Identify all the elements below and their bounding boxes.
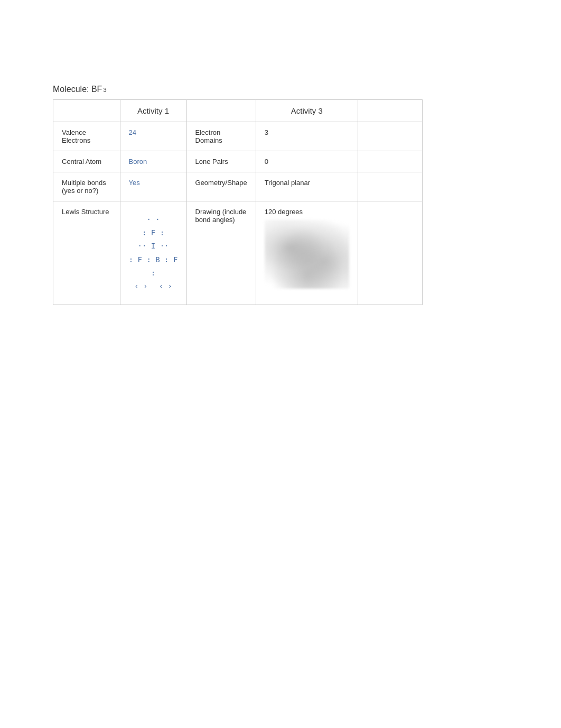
- bond-angles-cell: 120 degrees: [256, 201, 358, 305]
- empty-cell-4: [358, 201, 422, 305]
- table-row: Multiple bonds (yes or no?) Yes Geometry…: [53, 172, 423, 201]
- empty-header-2: [186, 100, 256, 122]
- value-valence-electrons: 24: [120, 122, 186, 151]
- label-geometry-shape: Geometry/Shape: [186, 172, 256, 201]
- empty-cell-3: [358, 172, 422, 201]
- label-lewis-structure: Lewis Structure: [53, 201, 120, 305]
- value-electron-domains: 3: [256, 122, 358, 151]
- value-geometry-shape: Trigonal planar: [256, 172, 358, 201]
- bond-angle-value: 120 degrees: [265, 208, 349, 216]
- activity1-header: Activity 1: [120, 100, 186, 122]
- label-lone-pairs: Lone Pairs: [186, 151, 256, 172]
- value-central-atom: Boron: [120, 151, 186, 172]
- empty-header-1: [53, 100, 120, 122]
- label-central-atom: Central Atom: [53, 151, 120, 172]
- value-lone-pairs: 0: [256, 151, 358, 172]
- table-row: Central Atom Boron Lone Pairs 0: [53, 151, 423, 172]
- molecule-label: Molecule: BF3: [53, 85, 508, 94]
- table-row: Lewis Structure · · : F : ·· I ·· : F : …: [53, 201, 423, 305]
- molecule-drawing-image: [265, 220, 349, 289]
- empty-cell-1: [358, 122, 422, 151]
- label-multiple-bonds: Multiple bonds (yes or no?): [53, 172, 120, 201]
- lewis-structure-drawing: · · : F : ·· I ·· : F : B : F : ‹ › ‹ ›: [120, 201, 186, 305]
- activity3-header: Activity 3: [256, 100, 358, 122]
- value-multiple-bonds: Yes: [120, 172, 186, 201]
- label-drawing: Drawing (include bond angles): [186, 201, 256, 305]
- label-electron-domains: Electron Domains: [186, 122, 256, 151]
- label-valence-electrons: Valence Electrons: [53, 122, 120, 151]
- empty-header-3: [358, 100, 422, 122]
- table-row: Valence Electrons 24 Electron Domains 3: [53, 122, 423, 151]
- main-table: Activity 1 Activity 3 Valence Electrons …: [53, 99, 423, 305]
- empty-cell-2: [358, 151, 422, 172]
- lewis-structure-display: · · : F : ·· I ·· : F : B : F : ‹ › ‹ ›: [129, 208, 178, 298]
